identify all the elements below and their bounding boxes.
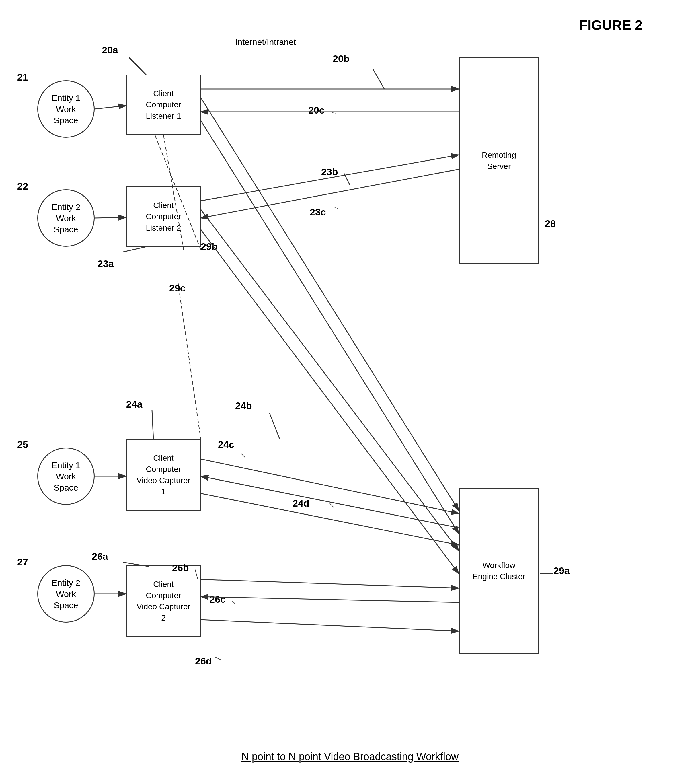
label-26c: 26c <box>209 594 226 605</box>
caption: N point to N point Video Broadcasting Wo… <box>242 751 458 763</box>
client-video1-rect: Client Computer Video Capturer 1 <box>126 439 201 511</box>
label-29a: 29a <box>553 565 570 576</box>
svg-line-2 <box>95 105 126 109</box>
svg-line-35 <box>215 657 221 660</box>
label-24b: 24b <box>235 400 252 411</box>
label-29c: 29c <box>169 282 185 294</box>
svg-line-4 <box>129 57 146 75</box>
entity2-bottom-circle: Entity 2 Work Space <box>37 565 95 623</box>
label-23b: 23b <box>321 166 338 177</box>
svg-line-18 <box>201 209 459 551</box>
label-20c: 20c <box>308 105 325 116</box>
figure-title: FIGURE 2 <box>579 17 643 33</box>
arrows-svg <box>0 0 700 780</box>
svg-line-12 <box>333 207 338 209</box>
label-22: 22 <box>17 181 28 192</box>
svg-line-9 <box>201 155 459 201</box>
svg-line-22 <box>152 410 153 439</box>
internet-label: Internet/Intranet <box>235 37 296 47</box>
client-video2-rect: Client Computer Video Capturer 2 <box>126 565 201 637</box>
client-listener2-rect: Client Computer Listener 2 <box>126 187 201 247</box>
diagram: FIGURE 2 Internet/Intranet Entity 1 Work… <box>0 0 700 780</box>
svg-line-8 <box>330 112 335 113</box>
label-26b: 26b <box>172 562 189 573</box>
label-20a: 20a <box>102 45 118 56</box>
svg-line-30 <box>270 413 280 439</box>
label-23c: 23c <box>310 207 326 218</box>
label-24a: 24a <box>126 399 143 410</box>
svg-line-16 <box>201 97 459 511</box>
label-26d: 26d <box>195 655 212 667</box>
label-24d: 24d <box>293 498 309 509</box>
svg-line-24 <box>201 459 459 513</box>
label-29b: 29b <box>201 241 218 252</box>
label-21: 21 <box>17 72 28 83</box>
entity1-top-circle: Entity 1 Work Space <box>37 80 95 138</box>
svg-line-29 <box>201 620 459 631</box>
label-27: 27 <box>17 556 28 568</box>
label-24c: 24c <box>218 439 234 450</box>
workflow-engine-rect: Workflow Engine Cluster <box>459 488 539 654</box>
entity1-bottom-circle: Entity 1 Work Space <box>37 448 95 505</box>
svg-line-7 <box>373 69 384 89</box>
label-25: 25 <box>17 439 28 450</box>
svg-line-27 <box>201 580 459 588</box>
label-20b: 20b <box>333 53 350 64</box>
label-23a: 23a <box>98 258 114 269</box>
svg-line-31 <box>241 453 245 458</box>
svg-line-34 <box>232 601 235 604</box>
label-26a: 26a <box>92 551 108 562</box>
svg-line-11 <box>344 174 350 185</box>
entity2-top-circle: Entity 2 Work Space <box>37 189 95 247</box>
svg-line-37 <box>178 281 201 439</box>
svg-line-32 <box>330 503 334 508</box>
svg-line-17 <box>201 120 459 534</box>
remoting-server-rect: Remoting Server <box>459 57 539 264</box>
svg-line-26 <box>201 493 459 545</box>
label-28: 28 <box>545 218 556 229</box>
svg-line-3 <box>95 217 126 218</box>
svg-line-13 <box>123 247 146 252</box>
svg-line-28 <box>201 597 459 603</box>
client-listener1-rect: Client Computer Listener 1 <box>126 75 201 135</box>
svg-line-25 <box>201 476 459 528</box>
